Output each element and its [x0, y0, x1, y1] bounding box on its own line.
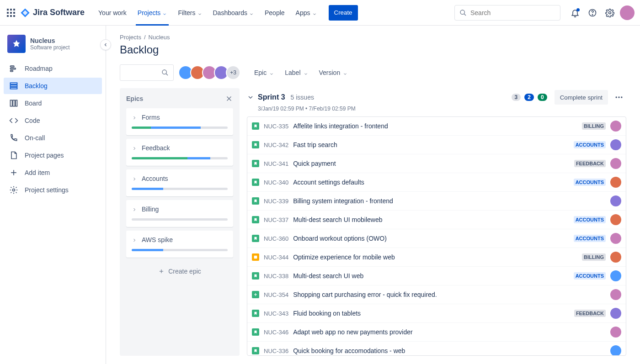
issue-key: NUC-339 — [264, 198, 288, 205]
help-icon[interactable] — [585, 5, 600, 20]
epic-card[interactable]: Accounts — [126, 169, 233, 196]
nav-item-apps[interactable]: Apps — [291, 5, 321, 21]
settings-icon[interactable] — [603, 5, 617, 20]
issue-row[interactable]: NUC-337 Multi-dest search UI mobileweb A… — [247, 211, 626, 229]
issue-row[interactable]: NUC-344 Optimize experience for mobile w… — [247, 248, 626, 267]
epic-name: Accounts — [142, 175, 168, 182]
sprint-name: Sprint 3 — [258, 93, 285, 101]
issue-type-icon — [252, 235, 259, 242]
create-button[interactable]: Create — [329, 5, 358, 21]
chevron-right-icon — [132, 206, 137, 212]
close-epics-icon[interactable] — [225, 95, 233, 103]
nav-item-people[interactable]: People — [260, 5, 289, 21]
sidebar-item-roadmap[interactable]: Roadmap — [4, 60, 102, 77]
sidebar-item-project-settings[interactable]: Project settings — [4, 182, 102, 198]
app-switcher-icon[interactable] — [5, 7, 16, 18]
issue-assignee-avatar[interactable] — [610, 233, 621, 244]
complete-sprint-button[interactable]: Complete sprint — [555, 90, 608, 105]
sprint-done-count: 0 — [538, 94, 547, 101]
issue-row[interactable]: NUC-346 Adapt web app no new payments pr… — [247, 323, 626, 342]
nav-item-your-work[interactable]: Your work — [94, 5, 131, 21]
issue-row[interactable]: NUC-354 Shopping cart purchasing error -… — [247, 285, 626, 304]
epic-tag: ACCOUNTS — [574, 272, 606, 280]
sidebar-item-board[interactable]: Board — [4, 95, 102, 111]
crumb-project[interactable]: Nucleus — [149, 34, 170, 41]
epic-card[interactable]: Billing — [126, 200, 233, 227]
epic-name: Forms — [142, 114, 160, 121]
issue-row[interactable]: NUC-339 Billing system integration - fro… — [247, 192, 626, 211]
chevron-down-icon — [312, 11, 317, 15]
sprint-dates: 3/Jan/19 02:59 PM • 7/Feb/19 02:59 PM — [258, 106, 626, 112]
filter-label[interactable]: Label — [280, 64, 312, 81]
epic-tag: ACCOUNTS — [574, 141, 606, 148]
sidebar-item-label: Project pages — [25, 152, 64, 159]
issue-key: NUC-341 — [264, 160, 288, 167]
issue-assignee-avatar[interactable] — [610, 270, 621, 281]
svg-rect-20 — [11, 100, 12, 106]
backlog-icon — [9, 81, 18, 90]
sprint-collapse-icon[interactable] — [247, 94, 254, 101]
issue-row[interactable]: NUC-336 Quick booking for accomodations … — [247, 342, 626, 356]
svg-point-9 — [460, 10, 464, 14]
chevron-down-icon — [162, 11, 167, 15]
chevron-right-icon — [132, 237, 137, 243]
board-search[interactable] — [120, 64, 174, 81]
issue-row[interactable]: NUC-338 Multi-dest search UI web ACCOUNT… — [247, 267, 626, 285]
issue-assignee-avatar[interactable] — [610, 177, 621, 188]
epic-tag: ACCOUNTS — [574, 216, 606, 223]
issue-row[interactable]: NUC-341 Quick payment FEEDBACK — [247, 154, 626, 173]
issue-assignee-avatar[interactable] — [610, 289, 621, 300]
sidebar-item-project-pages[interactable]: Project pages — [4, 147, 102, 164]
nav-item-dashboards[interactable]: Dashboards — [208, 5, 259, 21]
issue-assignee-avatar[interactable] — [610, 121, 621, 132]
issue-assignee-avatar[interactable] — [610, 139, 621, 150]
epic-card[interactable]: AWS spike — [126, 231, 233, 258]
assignee-avatar-stack: +3 — [181, 65, 240, 80]
svg-line-10 — [464, 14, 466, 16]
issue-assignee-avatar[interactable] — [610, 214, 621, 225]
issue-type-icon — [252, 179, 259, 186]
code-icon — [9, 116, 18, 125]
assignee-avatar-more[interactable]: +3 — [226, 65, 240, 80]
sprint-more-icon[interactable] — [612, 90, 626, 105]
global-search[interactable] — [454, 5, 560, 21]
epic-card[interactable]: Forms — [126, 108, 233, 135]
nav-item-projects[interactable]: Projects — [133, 5, 172, 21]
issue-row[interactable]: NUC-342 Fast trip search ACCOUNTS — [247, 136, 626, 154]
issue-row[interactable]: NUC-340 Account settings defaults ACCOUN… — [247, 173, 626, 192]
svg-rect-8 — [13, 15, 15, 17]
issue-key: NUC-342 — [264, 142, 288, 148]
product-logo[interactable]: Jira Software — [20, 8, 85, 18]
issue-assignee-avatar[interactable] — [610, 158, 621, 169]
issue-row[interactable]: NUC-335 Affelite links integration - fro… — [247, 117, 626, 136]
sidebar-item-label: Backlog — [25, 82, 48, 90]
epic-card[interactable]: Feedback — [126, 139, 233, 166]
nav-item-filters[interactable]: Filters — [173, 5, 206, 21]
filter-version[interactable]: Version — [315, 64, 352, 81]
issue-row[interactable]: NUC-343 Fluid booking on tablets FEEDBAC… — [247, 304, 626, 323]
issue-row[interactable]: NUC-360 Onboard workout options (OWO) AC… — [247, 229, 626, 248]
search-input[interactable] — [470, 9, 555, 16]
sidebar-item-code[interactable]: Code — [4, 112, 102, 129]
issue-assignee-avatar[interactable] — [610, 308, 621, 319]
crumb-projects[interactable]: Projects — [120, 34, 141, 41]
project-sidebar: Nucleus Software project RoadmapBacklogB… — [0, 26, 106, 364]
sidebar-item-on-call[interactable]: On-call — [4, 130, 102, 146]
filter-buttons: EpicLabelVersion — [250, 64, 352, 81]
issue-type-icon — [252, 253, 259, 261]
issue-assignee-avatar[interactable] — [610, 345, 621, 356]
sprint-inprogress-count: 2 — [524, 94, 534, 101]
sidebar-collapse-button[interactable] — [100, 39, 111, 50]
svg-point-13 — [609, 11, 611, 14]
sidebar-item-backlog[interactable]: Backlog — [4, 78, 102, 94]
chevron-down-icon — [197, 11, 202, 15]
create-epic-button[interactable]: Create epic — [126, 263, 233, 280]
issue-assignee-avatar[interactable] — [610, 327, 621, 338]
issue-assignee-avatar[interactable] — [610, 252, 621, 263]
notifications-icon[interactable] — [568, 5, 582, 20]
issue-title: Fast trip search — [293, 141, 569, 148]
issue-assignee-avatar[interactable] — [610, 195, 621, 206]
filter-epic[interactable]: Epic — [250, 64, 278, 81]
sidebar-item-add-item[interactable]: Add item — [4, 164, 102, 181]
profile-avatar[interactable] — [620, 5, 635, 20]
